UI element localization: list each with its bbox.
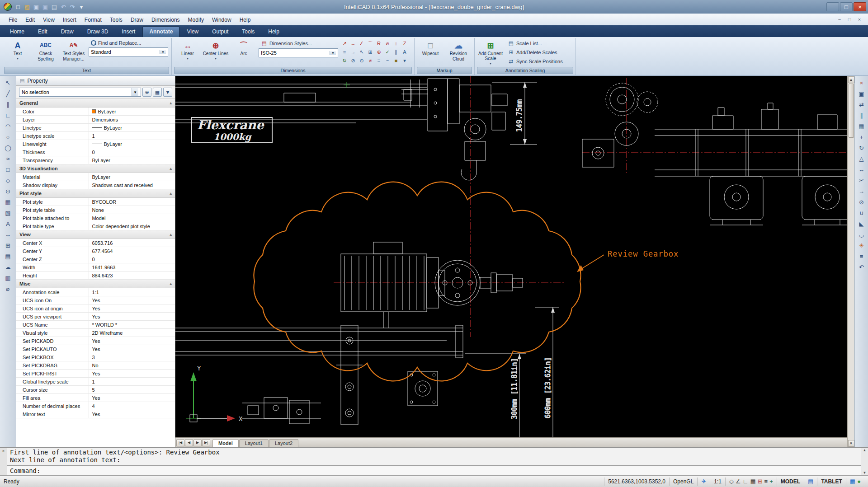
ribbon-tab-tools[interactable]: Tools xyxy=(236,27,261,37)
dim-tool-linear-icon[interactable]: ↔ xyxy=(349,39,357,47)
dim-tool-baseline-icon[interactable]: ≡ xyxy=(340,48,349,56)
prop-row-cursor-size[interactable]: Cursor size5 xyxy=(16,386,175,394)
tool-wipeout-icon[interactable]: ▥ xyxy=(3,273,14,283)
prop-row-set-pickauto[interactable]: Set PICKAUTOYes xyxy=(16,345,175,353)
tool-undo-modify-icon[interactable]: ↶ xyxy=(856,262,867,272)
tool-ellipse-icon[interactable]: ◯ xyxy=(3,143,14,153)
prop-row-number-of-decimal-places[interactable]: Number of decimal places4 xyxy=(16,402,175,410)
redo-icon[interactable]: ↷ xyxy=(68,2,77,11)
section-header-misc[interactable]: Misc▴ xyxy=(16,280,175,288)
scroll-up-icon[interactable]: ▲ xyxy=(848,76,854,83)
tool-explode-icon[interactable]: ☀ xyxy=(856,240,867,250)
section-header-3d-visualisation[interactable]: 3D Visualisation▴ xyxy=(16,164,175,173)
tool-select-icon[interactable]: ↖ xyxy=(3,78,14,88)
tool-scale-icon[interactable]: △ xyxy=(856,154,867,164)
grid-icon[interactable]: ▦ xyxy=(750,478,755,484)
tool-trim-icon[interactable]: ✂ xyxy=(856,175,867,185)
ribbon-tab-insert[interactable]: Insert xyxy=(115,27,142,37)
menu-tools[interactable]: Tools xyxy=(106,15,127,25)
dimension-600[interactable]: 600mm [23.62in] xyxy=(535,307,559,437)
ribbon-tab-help[interactable]: Help xyxy=(262,27,286,37)
dim-tool-oblique-icon[interactable]: ∥ xyxy=(392,48,400,56)
ribbon-tab-home[interactable]: Home xyxy=(4,27,31,37)
prop-row-set-pickfirst[interactable]: Set PICKFIRSTYes xyxy=(16,370,175,378)
sheet-nav-button-0[interactable]: |◀ xyxy=(176,439,184,446)
tool-measure-icon[interactable]: ⌀ xyxy=(3,284,14,294)
menu-edit[interactable]: Edit xyxy=(21,15,39,25)
dim-tool-jog-line-icon[interactable]: ~ xyxy=(383,56,392,65)
tool-extend-icon[interactable]: → xyxy=(856,186,867,196)
opengl-label[interactable]: OpenGL xyxy=(669,478,697,486)
coordinates-display[interactable]: 5621.6363,1003.5352,0 xyxy=(604,478,669,486)
dim-tool-tolerance-icon[interactable]: ⊞ xyxy=(366,48,374,56)
sheet-tab-layout1[interactable]: Layout1 xyxy=(239,439,269,447)
ribbon-tab-view[interactable]: View xyxy=(180,27,205,37)
dim-tool-align-text-icon[interactable]: A xyxy=(401,48,409,56)
ribbon-tab-annotate[interactable]: Annotate xyxy=(142,26,179,37)
tablet-icon[interactable]: ▤ xyxy=(804,478,817,486)
scroll-down-icon[interactable]: ▼ xyxy=(848,440,854,447)
tool-line-icon[interactable]: ╱ xyxy=(3,89,14,98)
child-restore-button[interactable]: □ xyxy=(845,17,854,22)
dim-tool-reassociate-icon[interactable]: ⊙ xyxy=(358,56,366,65)
drawing-canvas[interactable]: Flexcrane 1000kg 149.75mm 300mm [11.81in… xyxy=(175,76,847,437)
tool-rectangle-icon[interactable]: □ xyxy=(3,164,14,174)
tool-polyline-icon[interactable]: ∟ xyxy=(3,110,14,120)
dim-tool-update-icon[interactable]: ↻ xyxy=(340,56,349,65)
save-icon[interactable]: ▣ xyxy=(32,2,41,11)
quick-select-button[interactable]: ▦ xyxy=(153,88,162,97)
prop-row-global-linetype-scale[interactable]: Global linetype scale1 xyxy=(16,378,175,386)
dim-tool-aligned-icon[interactable]: ↗ xyxy=(340,39,349,47)
revision-cloud-button[interactable]: ☁Revision Cloud xyxy=(445,38,472,66)
prop-row-width[interactable]: Width1641.9663 xyxy=(16,263,175,272)
prop-row-shadow-display[interactable]: Shadow displayShadows cast and received xyxy=(16,181,175,189)
prop-row-center-z[interactable]: Center Z0 xyxy=(16,255,175,263)
menu-modify[interactable]: Modify xyxy=(184,15,208,25)
text-button[interactable]: AText▾ xyxy=(4,38,31,66)
linear-dimension-button[interactable]: ↔Linear▾ xyxy=(174,38,201,66)
tool-polygon-icon[interactable]: ◇ xyxy=(3,175,14,185)
tool-revision-cloud-icon[interactable]: ☁ xyxy=(3,262,14,272)
tool-region-icon[interactable]: ▧ xyxy=(3,208,14,218)
open-file-icon[interactable]: ▨ xyxy=(23,2,32,11)
dim-tool-override-icon[interactable]: ⊘ xyxy=(349,56,357,65)
arc-dimension-button[interactable]: ⌒Arc xyxy=(230,38,257,66)
add-delete-scales-button[interactable]: ⊞Add/Delete Scales xyxy=(505,48,573,56)
tool-array-icon[interactable]: ▦ xyxy=(856,121,867,131)
dimension-style-dropdown[interactable]: ISO-25 ▼ xyxy=(259,48,338,57)
dim-tool-inspect-icon[interactable]: ✓ xyxy=(383,48,392,56)
esnap-icon[interactable]: ◇ xyxy=(729,478,734,484)
menu-insert[interactable]: Insert xyxy=(59,15,80,25)
vertical-scrollbar[interactable]: ▲ ▼ xyxy=(847,76,854,447)
prop-row-fill-area[interactable]: Fill areaYes xyxy=(16,394,175,402)
text-style-dropdown[interactable]: Standard ▼ xyxy=(89,47,168,56)
tool-chamfer-icon[interactable]: ◣ xyxy=(856,219,867,229)
annotation-scale-display[interactable]: 1:1 xyxy=(710,478,725,486)
menu-draw[interactable]: Draw xyxy=(127,15,147,25)
tool-circle-icon[interactable]: ○ xyxy=(3,132,14,142)
prop-row-color[interactable]: ColorByLayer xyxy=(16,108,175,116)
revision-cloud[interactable] xyxy=(254,182,580,381)
pick-add-button[interactable]: ⊕ xyxy=(142,88,151,97)
dim-tool-diameter-icon[interactable]: ⌀ xyxy=(383,39,392,47)
prop-row-ucs-name[interactable]: UCS Name* WORLD * xyxy=(16,321,175,329)
tablet-toggle[interactable]: TABLET xyxy=(817,478,845,486)
scrollbar-thumb[interactable] xyxy=(849,84,854,138)
tool-move-icon[interactable]: + xyxy=(856,132,867,142)
customize-toolbar-icon[interactable]: ▾ xyxy=(77,2,86,11)
lwt-icon[interactable]: ≡ xyxy=(764,478,768,484)
ortho-icon[interactable]: ∟ xyxy=(743,478,749,484)
center-lines-button[interactable]: ⊕Center Lines▾ xyxy=(202,38,229,66)
prop-row-ucs-icon-at-origin[interactable]: UCS icon at originYes xyxy=(16,304,175,313)
wipeout-button[interactable]: □Wipeout xyxy=(417,38,444,66)
sheet-nav-button-1[interactable]: ◀ xyxy=(185,439,193,446)
command-close-icon[interactable]: × xyxy=(2,449,5,475)
tool-point-icon[interactable]: ⊙ xyxy=(3,186,14,196)
prop-row-annotation-scale[interactable]: Annotation scale1:1 xyxy=(16,288,175,296)
prop-row-linetype-scale[interactable]: Linetype scale1 xyxy=(16,132,175,140)
tool-erase-icon[interactable]: × xyxy=(856,78,867,88)
minimize-button[interactable]: − xyxy=(826,2,839,11)
drawing-viewport[interactable]: Flexcrane 1000kg 149.75mm 300mm [11.81in… xyxy=(175,76,847,437)
prop-row-plot-table-type[interactable]: Plot table typeColor-dependent plot styl… xyxy=(16,222,175,230)
child-close-button[interactable]: × xyxy=(855,17,863,22)
